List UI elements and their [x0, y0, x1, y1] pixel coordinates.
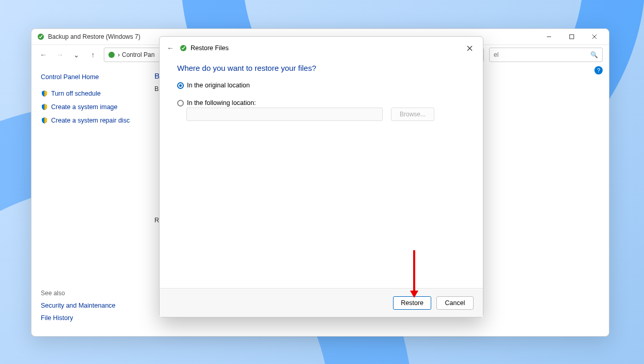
restore-files-dialog: ← Restore Files Where do you want to res… — [159, 36, 483, 317]
dialog-body: Where do you want to restore your files?… — [160, 59, 483, 288]
help-icon[interactable]: ? — [594, 66, 603, 74]
restore-button[interactable]: Restore — [393, 296, 431, 310]
annotation-arrow — [413, 250, 415, 292]
see-also-security[interactable]: Security and Maintenance — [41, 302, 135, 309]
shield-icon — [41, 103, 48, 111]
radio-original-location[interactable]: In the original location — [177, 82, 465, 89]
backup-restore-icon — [107, 51, 116, 59]
radio-label: In the following location: — [187, 99, 256, 107]
radio-unchecked-icon — [177, 100, 184, 107]
nav-recent-icon[interactable]: ⌄ — [71, 51, 82, 59]
see-also-filehistory[interactable]: File History — [41, 314, 135, 322]
restore-files-icon — [179, 44, 187, 52]
dialog-title: Restore Files — [191, 44, 229, 52]
restore-path-input — [186, 108, 383, 121]
sidebar-item-create-repair-disc[interactable]: Create a system repair disc — [41, 117, 135, 124]
sidebar-item-create-system-image[interactable]: Create a system image — [41, 103, 135, 111]
nav-back-icon[interactable]: ← — [38, 51, 49, 59]
backup-restore-icon — [37, 33, 45, 41]
browse-button: Browse... — [391, 108, 434, 121]
radio-checked-icon — [177, 82, 184, 89]
minimize-button[interactable] — [538, 29, 560, 44]
breadcrumb-text: Control Pan — [122, 51, 154, 58]
close-button[interactable] — [583, 29, 606, 44]
see-also-label: See also — [41, 290, 135, 297]
dialog-header: ← Restore Files — [160, 37, 483, 59]
dialog-footer: Restore Cancel — [160, 288, 483, 317]
sidebar-item-label: Turn off schedule — [51, 90, 101, 97]
dialog-question: Where do you want to restore your files? — [177, 64, 465, 72]
shield-icon — [41, 117, 48, 124]
sidebar-item-label: Create a system repair disc — [51, 117, 130, 124]
svg-rect-2 — [570, 35, 574, 39]
nav-forward-icon[interactable]: → — [54, 51, 66, 59]
control-panel-home-link[interactable]: Control Panel Home — [41, 73, 135, 81]
radio-label: In the original location — [187, 82, 250, 89]
sidebar-item-label: Create a system image — [51, 103, 118, 111]
breadcrumb-sep: › — [118, 51, 120, 58]
search-input[interactable] — [494, 51, 590, 58]
svg-point-5 — [108, 52, 115, 58]
window-title: Backup and Restore (Windows 7) — [48, 33, 140, 40]
shield-icon — [41, 90, 48, 97]
cancel-button[interactable]: Cancel — [436, 296, 474, 310]
nav-up-icon[interactable]: ↑ — [87, 51, 99, 59]
search-box[interactable]: 🔍 — [489, 48, 603, 62]
sidebar-item-turn-off-schedule[interactable]: Turn off schedule — [41, 90, 135, 97]
maximize-button[interactable] — [560, 29, 583, 44]
dialog-close-button[interactable] — [460, 41, 479, 55]
radio-following-location[interactable]: In the following location: — [177, 99, 465, 107]
dialog-back-icon[interactable]: ← — [167, 44, 174, 52]
sidebar: Control Panel Home Turn off schedule Cre… — [32, 64, 144, 336]
search-icon: 🔍 — [590, 51, 598, 58]
